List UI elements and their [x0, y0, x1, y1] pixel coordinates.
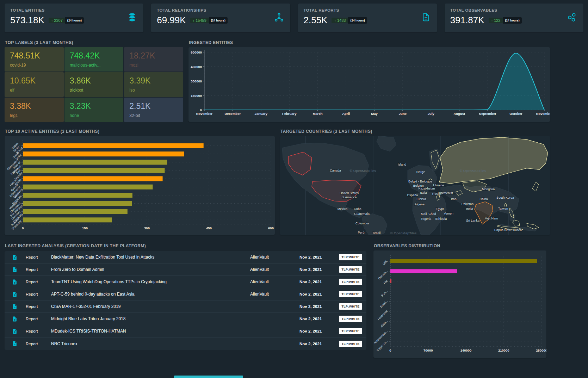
report-date: Nov 2, 2021: [299, 292, 339, 296]
svg-text:0: 0: [389, 348, 391, 352]
svg-text:450000: 450000: [191, 65, 202, 69]
report-row[interactable]: ReportMDudek-ICS TRISIS-TRITON-HATMANNov…: [5, 325, 366, 337]
label-value: 3.86K: [70, 76, 118, 86]
stat-value: 69.99K: [157, 15, 186, 26]
label-value: 18.27K: [129, 51, 178, 61]
report-type: Report: [26, 342, 51, 346]
map-country-label: Pakistan: [462, 202, 474, 206]
report-date: Nov 2, 2021: [299, 317, 339, 321]
report-type: Report: [26, 304, 51, 309]
top-labels-grid: 748.51Kcovid-19748.42Kmalicious-activ...…: [5, 47, 183, 122]
widget-title: OBSERVABLES DISTRIBUTION: [374, 243, 546, 248]
report-file-icon: [12, 316, 21, 322]
svg-text:300: 300: [144, 226, 150, 230]
map-country-label: Yemen: [444, 212, 453, 215]
graph-icon: [274, 12, 284, 24]
report-row[interactable]: ReportCISA MAR-17-352-01 February 2019No…: [5, 300, 366, 313]
svg-text:70000: 70000: [423, 348, 433, 352]
report-row[interactable]: ReportBlackMatter: New Data Exfiltration…: [5, 251, 366, 264]
delta-chip: ↑1483: [332, 18, 348, 23]
map-country-label: Taiwan: [498, 207, 508, 210]
svg-text:June: June: [399, 112, 407, 116]
svg-text:January: January: [255, 112, 268, 116]
stats-row: TOTAL ENTITIES 573.18K ↑2307 (24 hours) …: [5, 4, 583, 32]
delta-chip: ↑2307: [49, 18, 65, 23]
label-cell-iso: 3.39Kiso: [124, 72, 183, 97]
report-title: BlackMatter: New Data Exfiltration Tool …: [51, 255, 250, 260]
map-country-label: Norge: [416, 170, 425, 174]
report-source: AlienVault: [250, 292, 299, 297]
map-country-label: Türkmenist...: [437, 191, 456, 195]
map-country-label: België - Belgique: [408, 180, 432, 183]
map-country-label: Việt Nam: [485, 217, 498, 220]
tlp-marking-chip: TLP:WHITE: [339, 279, 362, 285]
label-name: mozi: [129, 63, 178, 68]
report-date: Nov 2, 2021: [299, 255, 339, 259]
report-row[interactable]: ReportFrom Zero to Domain AdminAlienVaul…: [5, 264, 366, 276]
bar-cobalt-strike: [23, 151, 184, 156]
map-country-label: Egypt: [436, 207, 444, 211]
label-name: trickbot: [70, 88, 118, 93]
ingested-entities-chart: 0150000300000450000600000NovemberDecembe…: [188, 47, 550, 122]
category-label: ProcessDiscovery: [9, 217, 22, 231]
svg-text:April: April: [342, 112, 350, 116]
delta-chip: ↑15459: [190, 18, 209, 23]
bar-cobalt-strike-s0154: [23, 143, 204, 148]
map-country-label: Ísland: [398, 163, 406, 166]
map-country-label: Mongolia: [482, 187, 495, 191]
svg-text:0: 0: [200, 108, 202, 112]
top-entities-widget: TOP 10 ACTIVE ENTITIES (3 LAST MONTHS) 0…: [5, 129, 275, 235]
label-value: 748.51K: [10, 51, 58, 61]
label-cell-covid-19: 748.51Kcovid-19: [5, 47, 64, 72]
report-type: Report: [26, 317, 51, 321]
map-country-label: Iran: [451, 197, 457, 201]
bar-file-and-directory-discovery: [23, 209, 128, 214]
label-name: leg1: [10, 113, 58, 118]
label-value: 3.23K: [70, 101, 118, 111]
svg-text:600: 600: [268, 226, 274, 230]
map-country-label: Sri Lanka: [466, 219, 479, 222]
ingested-entities-widget: INGESTED ENTITIES 0150000300000450000600…: [188, 40, 550, 122]
label-value: 3.38K: [10, 101, 58, 111]
map-country-label: Mali: [421, 212, 427, 216]
label-name: none: [70, 113, 118, 118]
map-country-label: España: [407, 193, 418, 197]
top-entities-chart: 0150300450600CobaltStrike -S0154CobaltSt…: [5, 136, 275, 235]
svg-text:0: 0: [22, 226, 24, 230]
bar-process-discovery: [23, 217, 112, 222]
report-file-icon: [12, 279, 21, 285]
report-row[interactable]: ReportAPT-C-59 behind 0-day attacks on E…: [5, 288, 366, 300]
report-row[interactable]: ReportTeamTNT Using WatchDog Operations …: [5, 276, 366, 288]
world-map[interactable]: CanadaUnited Statesof AmericaMéxicoCubaG…: [280, 136, 550, 235]
map-country-label: Kazakhstan: [419, 187, 435, 190]
svg-text:140000: 140000: [460, 348, 472, 352]
delta-period: (24 hours): [503, 17, 521, 24]
bar-web-protocols: [23, 193, 132, 198]
notification-bar: [174, 376, 243, 378]
map-country-label: Cuba: [354, 207, 361, 211]
observables-chart: 070000140000210000280000URLDomain...File…: [373, 250, 546, 358]
svg-text:280000: 280000: [536, 348, 546, 352]
report-row[interactable]: ReportNRC TriconexNov 2, 2021TLP:WHITE: [5, 337, 366, 350]
stat-label: TOTAL REPORTS: [304, 8, 431, 12]
report-row[interactable]: ReportMidnight Blue Labs Triton January …: [5, 313, 366, 325]
category-label: Hostname: [377, 309, 389, 321]
bar-system-information-discovery: [23, 185, 153, 190]
observables-widget: OBSERVABLES DISTRIBUTION 070000140000210…: [373, 243, 546, 358]
svg-text:450: 450: [206, 226, 212, 230]
report-icon: [421, 12, 431, 24]
tlp-marking-chip: TLP:WHITE: [339, 316, 362, 322]
openmaptiles-watermark: © OpenMapTiles: [350, 169, 376, 173]
report-type: Report: [26, 267, 51, 272]
stat-value: 2.55K: [304, 15, 328, 26]
svg-text:August: August: [453, 112, 465, 116]
bar-ingress-tool-transfer: [23, 168, 165, 173]
report-type: Report: [26, 255, 51, 259]
analyses-widget: LAST INGESTED ANALYSIS (CREATION DATE IN…: [5, 243, 366, 358]
database-icon: [127, 12, 137, 24]
report-date: Nov 2, 2021: [299, 267, 339, 272]
map-country-label: South Korea: [496, 196, 514, 199]
map-country-label: United States: [340, 191, 359, 195]
label-cell-trickbot: 3.86Ktrickbot: [64, 72, 124, 97]
svg-text:November: November: [536, 112, 550, 116]
